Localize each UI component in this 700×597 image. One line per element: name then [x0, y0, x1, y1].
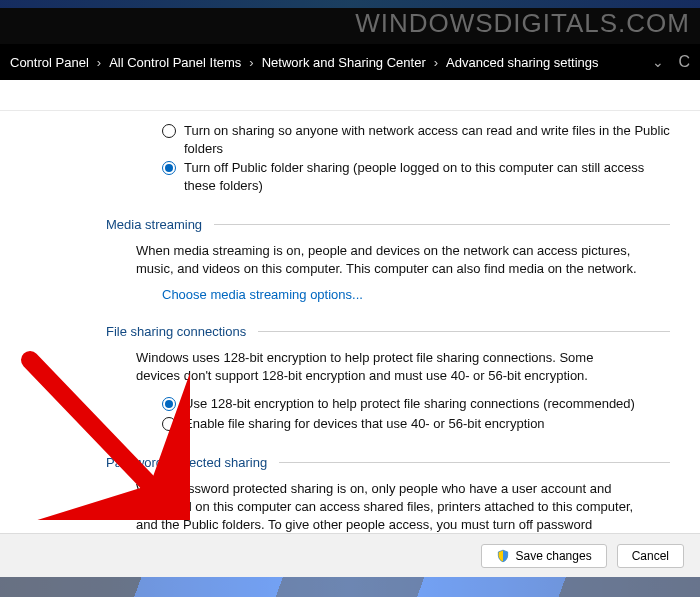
search-icon-partial[interactable]: C	[678, 53, 690, 71]
radio-label: Use 128-bit encryption to help protect f…	[184, 395, 670, 413]
breadcrumb-all-items[interactable]: All Control Panel Items	[109, 55, 241, 70]
chevron-down-icon[interactable]: ⌄	[652, 54, 664, 70]
radio-icon	[162, 417, 176, 431]
section-title: File sharing connections	[106, 324, 246, 339]
chevron-right-icon: ›	[97, 55, 101, 70]
radio-label: Turn off Public folder sharing (people l…	[184, 159, 670, 194]
shield-icon	[496, 549, 510, 563]
breadcrumb: Control Panel › All Control Panel Items …	[0, 44, 700, 80]
divider	[214, 224, 670, 225]
section-password-sharing: Password protected sharing	[106, 455, 670, 470]
encryption-4056-radio[interactable]: Enable file sharing for devices that use…	[28, 414, 670, 434]
section-title: Media streaming	[106, 217, 202, 232]
breadcrumb-advanced-sharing[interactable]: Advanced sharing settings	[446, 55, 598, 70]
media-streaming-desc: When media streaming is on, people and d…	[136, 242, 640, 277]
decorative-bottom	[0, 577, 700, 597]
settings-panel: Turn on sharing so anyone with network a…	[0, 111, 700, 553]
save-changes-button[interactable]: Save changes	[481, 544, 607, 568]
watermark-text: WindowsDigitals.com	[355, 8, 690, 39]
file-sharing-desc: Windows uses 128-bit encryption to help …	[136, 349, 640, 384]
breadcrumb-network-sharing[interactable]: Network and Sharing Center	[262, 55, 426, 70]
window-titlebar-overlay: WindowsDigitals.com	[0, 0, 700, 44]
divider	[279, 462, 670, 463]
button-label: Cancel	[632, 549, 669, 563]
cancel-button[interactable]: Cancel	[617, 544, 684, 568]
chevron-right-icon: ›	[434, 55, 438, 70]
divider	[258, 331, 670, 332]
media-streaming-options-link[interactable]: Choose media streaming options...	[162, 287, 670, 302]
radio-icon	[162, 124, 176, 138]
section-media-streaming: Media streaming	[106, 217, 670, 232]
chevron-right-icon: ›	[249, 55, 253, 70]
button-label: Save changes	[516, 549, 592, 563]
breadcrumb-control-panel[interactable]: Control Panel	[10, 55, 89, 70]
radio-label: Enable file sharing for devices that use…	[184, 415, 670, 433]
public-folder-off-radio[interactable]: Turn off Public folder sharing (people l…	[28, 158, 670, 195]
section-title: Password protected sharing	[106, 455, 267, 470]
radio-icon	[162, 161, 176, 175]
encryption-128-radio[interactable]: Use 128-bit encryption to help protect f…	[28, 394, 670, 414]
footer-buttons: Save changes Cancel	[0, 533, 700, 577]
radio-icon	[162, 397, 176, 411]
public-folder-on-radio[interactable]: Turn on sharing so anyone with network a…	[28, 121, 670, 158]
radio-label: Turn on sharing so anyone with network a…	[184, 122, 670, 157]
section-file-sharing: File sharing connections	[106, 324, 670, 339]
